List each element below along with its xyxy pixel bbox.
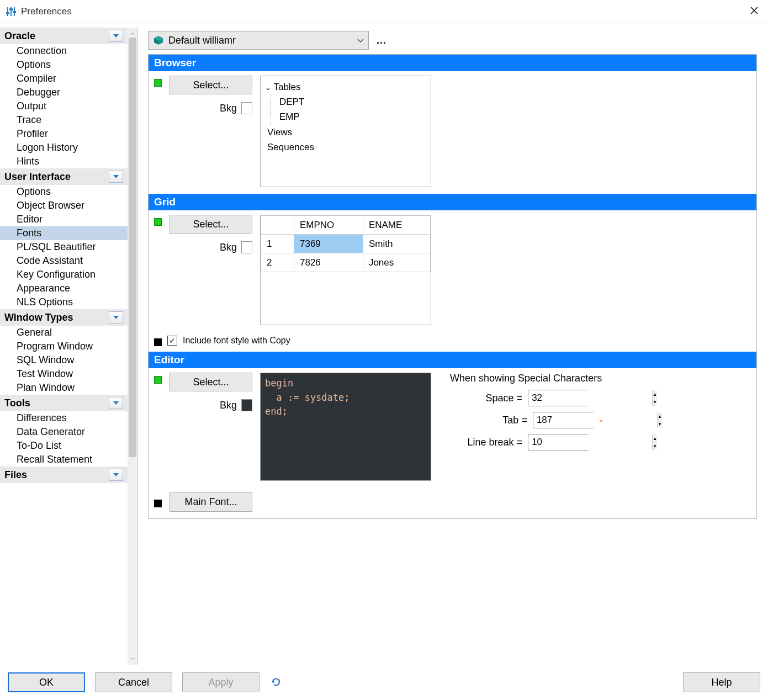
sidebar-item-logon-history[interactable]: Logon History [0, 141, 128, 155]
scroll-up-icon[interactable]: ︿ [128, 29, 137, 37]
sidebar-item-compiler[interactable]: Compiler [0, 72, 128, 86]
titlebar: Preferences [0, 0, 768, 23]
chevron-down-icon [357, 35, 364, 45]
sidebar-item-pl-sql-beautifier[interactable]: PL/SQL Beautifier [0, 240, 128, 254]
grid-marker[interactable] [154, 218, 162, 226]
sidebar-category-header[interactable]: Tools [0, 395, 128, 411]
editor-bkg-swatch[interactable] [241, 399, 252, 411]
chevron-down-icon[interactable] [109, 397, 123, 409]
svg-marker-10 [113, 473, 119, 476]
main-font-button[interactable]: Main Font... [170, 492, 252, 512]
sidebar-item-options[interactable]: Options [0, 185, 128, 199]
tab-reset-button[interactable]: » [599, 416, 602, 425]
editor-bkg-label: Bkg [220, 400, 237, 411]
sidebar-category-header[interactable]: User Interface [0, 168, 128, 185]
sidebar-category-label: User Interface [4, 171, 71, 183]
tree-node-tables: Tables [273, 82, 300, 92]
sidebar-item-appearance[interactable]: Appearance [0, 282, 128, 295]
chevron-down-icon[interactable] [109, 311, 123, 324]
sidebar-category-header[interactable]: Window Types [0, 309, 128, 326]
sidebar-item-key-configuration[interactable]: Key Configuration [0, 268, 128, 282]
sidebar-item-sql-window[interactable]: SQL Window [0, 353, 128, 367]
sidebar: OracleConnectionOptionsCompilerDebuggerO… [0, 28, 138, 665]
editor-marker[interactable] [154, 376, 162, 384]
grid-header-blank [261, 216, 294, 235]
table-row: 1 7369 Smith [261, 235, 431, 253]
space-label: Space = [486, 393, 523, 404]
editor-select-font-button[interactable]: Select... [170, 373, 252, 391]
tree-node-dept: DEPT [265, 94, 426, 109]
sidebar-category-header[interactable]: Files [0, 466, 128, 483]
linebreak-input[interactable] [528, 434, 652, 450]
grid-select-font-button[interactable]: Select... [170, 215, 252, 234]
grid-cell: 7826 [294, 253, 363, 272]
include-font-style-checkbox[interactable] [167, 336, 177, 346]
tree-node-views: Views [265, 125, 426, 140]
apply-button[interactable]: Apply [182, 672, 259, 692]
sidebar-item-recall-statement[interactable]: Recall Statement [0, 453, 128, 466]
sidebar-item-debugger[interactable]: Debugger [0, 86, 128, 99]
cancel-button[interactable]: Cancel [95, 672, 172, 692]
sidebar-item-data-generator[interactable]: Data Generator [0, 425, 128, 439]
sidebar-scrollbar[interactable]: ︿ ﹀ [128, 28, 137, 665]
sidebar-item-connection[interactable]: Connection [0, 44, 128, 58]
space-input[interactable] [528, 390, 652, 406]
reset-defaults-icon[interactable] [269, 676, 283, 689]
sidebar-item-program-window[interactable]: Program Window [0, 340, 128, 353]
scroll-thumb[interactable] [129, 38, 136, 457]
chevron-down-icon[interactable] [109, 469, 123, 481]
tree-node-sequences: Sequences [265, 140, 426, 155]
spin-up-icon[interactable]: ▲ [653, 390, 657, 398]
chevron-down-icon[interactable] [109, 171, 123, 183]
browser-bkg-swatch[interactable] [241, 102, 252, 114]
spin-down-icon[interactable]: ▼ [653, 442, 657, 450]
preferences-tree[interactable]: OracleConnectionOptionsCompilerDebuggerO… [0, 28, 128, 665]
help-button[interactable]: Help [683, 672, 760, 692]
tab-spinner[interactable]: ▲▼ [533, 412, 594, 428]
grid-bkg-swatch[interactable] [241, 241, 252, 253]
spin-down-icon[interactable]: ▼ [658, 420, 662, 428]
spin-up-icon[interactable]: ▲ [658, 412, 662, 420]
ok-button[interactable]: OK [8, 672, 85, 692]
sidebar-item-editor[interactable]: Editor [0, 213, 128, 226]
sidebar-item-code-assistant[interactable]: Code Assistant [0, 254, 128, 268]
spin-up-icon[interactable]: ▲ [653, 434, 657, 442]
sidebar-item-general[interactable]: General [0, 326, 128, 340]
sidebar-item-options[interactable]: Options [0, 58, 128, 72]
sidebar-item-differences[interactable]: Differences [0, 411, 128, 425]
tab-input[interactable] [533, 412, 657, 428]
sidebar-item-nls-options[interactable]: NLS Options [0, 295, 128, 309]
grid-cell: Jones [363, 253, 430, 272]
svg-rect-3 [6, 12, 9, 14]
sidebar-item-plan-window[interactable]: Plan Window [0, 381, 128, 395]
sidebar-item-profiler[interactable]: Profiler [0, 127, 128, 141]
sidebar-item-hints[interactable]: Hints [0, 155, 128, 168]
profile-dropdown[interactable]: Default williamr [148, 31, 369, 50]
linebreak-label: Line break = [468, 437, 523, 448]
grid-header-empno: EMPNO [294, 216, 363, 235]
sidebar-category-header[interactable]: Oracle [0, 28, 128, 44]
space-spinner[interactable]: ▲▼ [528, 390, 589, 406]
editor-preview: begin a := sysdate; end; [260, 373, 431, 481]
sidebar-item-test-window[interactable]: Test Window [0, 367, 128, 381]
close-button[interactable] [746, 6, 762, 17]
mainfont-marker[interactable] [154, 500, 162, 507]
profile-more-button[interactable]: ... [377, 35, 386, 46]
tree-expand-icon: ⌄ [265, 83, 271, 92]
browser-select-font-button[interactable]: Select... [170, 76, 252, 94]
svg-marker-6 [113, 34, 119, 38]
linebreak-spinner[interactable]: ▲▼ [528, 434, 589, 450]
browser-marker[interactable] [154, 79, 162, 87]
sidebar-item-fonts[interactable]: Fonts [0, 226, 128, 240]
sidebar-item-output[interactable]: Output [0, 99, 128, 113]
sidebar-item-to-do-list[interactable]: To-Do List [0, 439, 128, 453]
footer: OK Cancel Apply Help [0, 665, 768, 700]
svg-marker-7 [113, 175, 119, 178]
grid-include-marker[interactable] [154, 338, 162, 346]
scroll-down-icon[interactable]: ﹀ [128, 655, 137, 664]
table-row: 2 7826 Jones [261, 253, 431, 272]
sidebar-item-object-browser[interactable]: Object Browser [0, 199, 128, 213]
chevron-down-icon[interactable] [109, 30, 123, 42]
sidebar-item-trace[interactable]: Trace [0, 113, 128, 127]
spin-down-icon[interactable]: ▼ [653, 398, 657, 406]
